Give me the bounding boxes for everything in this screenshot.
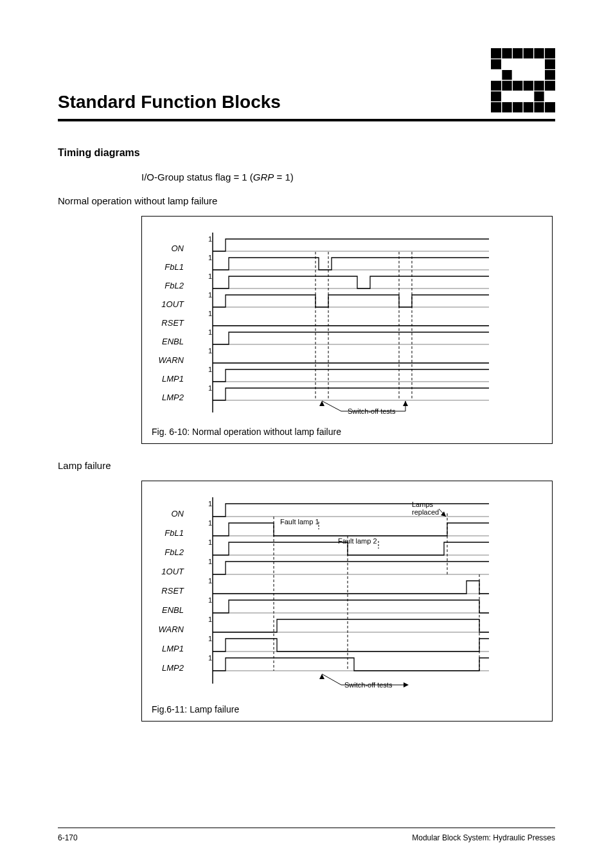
- svg-rect-2: [502, 48, 513, 59]
- svg-rect-8: [544, 59, 555, 70]
- signal-label: LMP2: [162, 393, 184, 402]
- level-1-label: 1: [208, 384, 212, 392]
- signal-label: LMP1: [162, 374, 184, 384]
- level-1-label: 1: [208, 328, 212, 336]
- fault-lamp-2-label: Fault lamp 2: [338, 537, 377, 545]
- svg-rect-19: [491, 102, 502, 112]
- svg-rect-15: [534, 80, 545, 91]
- signal-label: RSET: [161, 586, 184, 596]
- svg-rect-17: [491, 91, 502, 102]
- timing-diagram-2: Fault lamp 1 Fault lamp 2 Lampsreplaced …: [152, 491, 542, 696]
- status-prefix: I/O-Group status flag = 1 (: [141, 172, 253, 182]
- signal-label: LMP1: [162, 644, 184, 653]
- signal-label: LMP2: [162, 663, 184, 673]
- svg-rect-11: [491, 80, 502, 91]
- svg-rect-7: [491, 59, 502, 70]
- svg-rect-1: [491, 48, 502, 59]
- svg-rect-14: [523, 80, 534, 91]
- level-1-label: 1: [208, 500, 212, 508]
- status-var: GRP: [253, 172, 274, 182]
- signal-label: ENBL: [162, 337, 184, 346]
- level-1-label: 1: [208, 235, 212, 243]
- switch-off-label-2: Switch-off tests: [344, 681, 393, 689]
- footer-divider: [58, 828, 555, 828]
- level-1-label: 1: [208, 616, 212, 623]
- figure-caption-2: Fig.6-11: Lamp failure: [152, 704, 542, 714]
- level-1-label: 1: [208, 254, 212, 261]
- brand-logo: [491, 48, 555, 112]
- section-heading: Timing diagrams: [58, 147, 555, 159]
- signal-label: WARN: [159, 355, 184, 365]
- status-line: I/O-Group status flag = 1 (GRP = 1): [141, 172, 555, 182]
- header-divider: [58, 119, 555, 121]
- signal-label: WARN: [159, 624, 184, 634]
- subheading-normal: Normal operation without lamp failure: [58, 195, 555, 206]
- signal-label: FbL1: [164, 528, 184, 538]
- signal-label: 1OUT: [161, 567, 184, 576]
- switch-off-label: Switch-off tests: [348, 407, 396, 415]
- svg-rect-22: [523, 102, 534, 112]
- level-1-label: 1: [208, 310, 212, 317]
- level-1-label: 1: [208, 366, 212, 373]
- svg-rect-10: [544, 69, 555, 80]
- subheading-lamp-failure: Lamp failure: [58, 460, 555, 471]
- fault-lamp-1-label: Fault lamp 1: [280, 518, 319, 526]
- signal-label: FbL2: [164, 547, 184, 557]
- svg-rect-9: [502, 69, 513, 80]
- svg-rect-4: [523, 48, 534, 59]
- signal-label: FbL1: [164, 262, 184, 272]
- page-title: Standard Function Blocks: [58, 92, 281, 112]
- level-1-label: 1: [208, 272, 212, 280]
- svg-rect-6: [544, 48, 555, 59]
- signal-label: 1OUT: [161, 299, 184, 309]
- signal-label: ENBL: [162, 605, 184, 615]
- page-number: 6-170: [58, 833, 78, 842]
- level-1-label: 1: [208, 635, 212, 642]
- level-1-label: 1: [208, 577, 212, 585]
- svg-rect-23: [534, 102, 545, 112]
- svg-rect-16: [544, 80, 555, 91]
- svg-rect-20: [502, 102, 513, 112]
- svg-marker-72: [404, 682, 409, 687]
- figure-caption-1: Fig. 6-10: Normal operation without lamp…: [152, 427, 542, 437]
- status-suffix: = 1): [274, 172, 293, 182]
- level-1-label: 1: [208, 347, 212, 355]
- figure-lamp-failure: Fault lamp 1 Fault lamp 2 Lampsreplaced …: [141, 481, 553, 722]
- svg-rect-21: [512, 102, 523, 112]
- level-1-label: 1: [208, 558, 212, 565]
- svg-rect-12: [502, 80, 513, 91]
- svg-rect-13: [512, 80, 523, 91]
- svg-marker-49: [403, 401, 408, 406]
- signal-label: ON: [172, 509, 184, 518]
- svg-rect-5: [534, 48, 545, 59]
- footer-title: Modular Block System: Hydraulic Presses: [412, 833, 555, 842]
- svg-rect-3: [512, 48, 523, 59]
- level-1-label: 1: [208, 654, 212, 662]
- signal-label: ON: [172, 244, 184, 253]
- level-1-label: 1: [208, 596, 212, 604]
- signal-label: RSET: [161, 318, 184, 328]
- svg-rect-24: [544, 102, 555, 112]
- signal-label: FbL2: [164, 281, 184, 290]
- level-1-label: 1: [208, 291, 212, 299]
- figure-normal-operation: Switch-off tests ONFbL1FbL21OUTRSETENBLW…: [141, 216, 553, 444]
- svg-text:Lampsreplaced: Lampsreplaced: [412, 500, 439, 516]
- level-1-label: 1: [208, 538, 212, 546]
- timing-diagram-1: Switch-off tests ONFbL1FbL21OUTRSETENBLW…: [152, 226, 542, 419]
- svg-rect-18: [534, 91, 545, 102]
- level-1-label: 1: [208, 519, 212, 527]
